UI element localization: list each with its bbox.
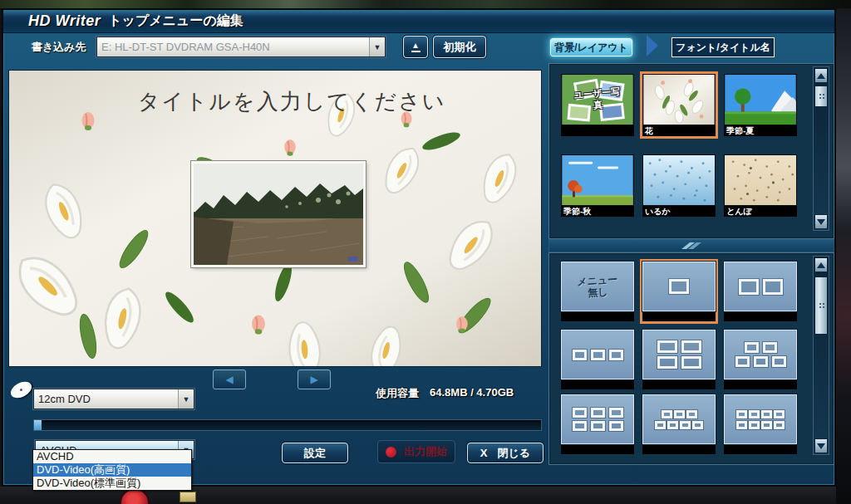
layout-tile-3-box[interactable] xyxy=(561,330,634,389)
layout-tile-2-box[interactable] xyxy=(724,262,797,321)
disc-size-select[interactable]: 12cm DVD ▼ xyxy=(33,389,194,409)
scroll-up-button[interactable] xyxy=(814,257,828,272)
menu-preview-canvas[interactable]: タイトルを入力してください xyxy=(8,70,542,367)
tile-label xyxy=(724,311,797,321)
close-button[interactable]: X 閉じる xyxy=(467,443,544,463)
background-tile-flower[interactable]: 花 xyxy=(642,74,716,136)
settings-button[interactable]: 設定 xyxy=(282,443,348,463)
disc-size-value: 12cm DVD xyxy=(34,389,178,409)
app-title-brand: HD Writer xyxy=(28,12,101,30)
close-button-label: 閉じる xyxy=(498,446,531,461)
dropdown-option-avchd[interactable]: AVCHD xyxy=(33,450,191,463)
background-tile-season-summer[interactable]: 季節-夏 xyxy=(724,74,797,136)
swoosh-icon xyxy=(681,242,702,250)
desktop-red-logo xyxy=(121,490,148,504)
tile-label xyxy=(561,379,634,389)
drive-select[interactable]: E: HL-DT-ST DVDRAM GSA-H40N ▼ xyxy=(96,37,386,57)
eject-button[interactable]: ▲ xyxy=(403,36,428,58)
layout-tile-5-box[interactable] xyxy=(724,330,797,389)
background-tile-season-autumn[interactable]: 季節-秋 xyxy=(561,154,634,217)
disc-icon xyxy=(8,379,35,402)
autumn-thumb-art xyxy=(562,155,633,205)
tile-label xyxy=(642,311,716,321)
write-destination-label: 書き込み先 xyxy=(32,40,86,55)
next-icon: ▶ xyxy=(310,374,317,385)
video-thumbnail[interactable] xyxy=(191,161,366,267)
tile-label: いるか xyxy=(642,206,716,217)
output-format-dropdown: AVCHD DVD-Video(高画質) DVD-Video(標準画質) xyxy=(32,449,192,491)
background-tile-dragonfly[interactable]: とんぼ xyxy=(724,154,797,217)
disc-size-arrow-icon[interactable]: ▼ xyxy=(178,389,194,409)
capacity-bar-fill xyxy=(34,420,42,430)
background-tile-user-photo[interactable]: ユーザー写真 xyxy=(561,74,634,136)
capacity-label: 使用容量 xyxy=(376,386,419,401)
drive-select-arrow-icon[interactable]: ▼ xyxy=(369,37,385,56)
summer-thumb-art xyxy=(725,75,796,125)
output-start-button[interactable]: 出力開始 xyxy=(377,440,455,463)
close-button-x: X xyxy=(480,447,488,459)
tile-label xyxy=(724,379,797,389)
app-title-text: トップメニューの編集 xyxy=(108,12,243,30)
dragonfly-thumb-art xyxy=(725,155,796,205)
background-tile-dolphin[interactable]: いるか xyxy=(642,154,716,217)
tab-font-titlename[interactable]: フォント/タイトル名 xyxy=(671,37,775,57)
tile-label: 季節-夏 xyxy=(724,125,797,136)
capacity-bar xyxy=(33,419,542,431)
layout-tile-8-box[interactable] xyxy=(724,394,797,454)
tile-label xyxy=(642,379,716,389)
tile-label xyxy=(561,125,634,136)
layout-tile-1-box[interactable] xyxy=(642,262,716,321)
capacity-value: 64.8MB / 4.70GB xyxy=(430,386,514,401)
tile-label: とんぼ xyxy=(724,206,797,217)
background-gallery-panel: ユーザー写真 xyxy=(548,63,834,239)
record-icon xyxy=(386,447,396,458)
scrollbar-thumb[interactable] xyxy=(814,86,828,107)
hd-writer-window: HD Writer トップメニューの編集 書き込み先 E: HL-DT-ST D… xyxy=(2,8,836,487)
output-start-label: 出力開始 xyxy=(404,444,447,459)
forest-photo-art xyxy=(194,164,363,265)
no-menu-overlay-label: メニュー無し xyxy=(562,262,633,311)
step-arrow-icon xyxy=(647,35,658,56)
layout-tile-7-box[interactable] xyxy=(642,394,716,454)
background-panel-scrollbar[interactable] xyxy=(813,66,829,231)
desktop-top-strip xyxy=(0,0,851,8)
tile-label xyxy=(561,311,634,321)
dropdown-option-dvd-video-hq[interactable]: DVD-Video(高画質) xyxy=(33,463,191,477)
format-button[interactable]: 初期化 xyxy=(433,36,486,58)
flower-thumb-art xyxy=(643,75,715,125)
tile-label: 季節-秋 xyxy=(561,206,634,217)
next-page-button[interactable]: ▶ xyxy=(298,369,331,389)
user-photo-overlay-label: ユーザー写真 xyxy=(562,75,633,125)
tab-background-layout[interactable]: 背景/レイアウト xyxy=(550,38,632,56)
layout-gallery-panel: メニュー無し xyxy=(548,252,834,465)
scroll-up-button[interactable] xyxy=(814,68,828,83)
tile-label xyxy=(724,444,797,454)
prev-page-button[interactable]: ◀ xyxy=(213,369,246,389)
layout-tile-4-box[interactable] xyxy=(642,330,716,389)
capacity-text: 使用容量 64.8MB / 4.70GB xyxy=(376,386,514,401)
tile-label xyxy=(642,444,716,454)
layout-panel-scrollbar[interactable] xyxy=(813,256,829,455)
desktop-item xyxy=(180,492,196,502)
prev-icon: ◀ xyxy=(225,374,233,385)
tile-label: 花 xyxy=(642,125,716,136)
layout-tile-6-box[interactable] xyxy=(561,394,634,454)
panel-divider xyxy=(548,239,834,252)
scroll-down-button[interactable] xyxy=(814,438,828,453)
desktop-right-strip xyxy=(836,8,851,504)
drive-select-value: E: HL-DT-ST DVDRAM GSA-H40N xyxy=(97,37,369,56)
scroll-down-button[interactable] xyxy=(814,214,828,229)
tile-label xyxy=(561,444,634,454)
layout-tile-no-menu[interactable]: メニュー無し xyxy=(561,262,634,321)
dropdown-option-dvd-video-std[interactable]: DVD-Video(標準画質) xyxy=(33,477,191,490)
eject-icon: ▲ xyxy=(411,42,421,52)
window-titlebar: HD Writer トップメニューの編集 xyxy=(3,10,834,33)
dolphin-thumb-art xyxy=(643,155,715,205)
menu-title-placeholder[interactable]: タイトルを入力してください xyxy=(138,89,446,114)
scrollbar-thumb[interactable] xyxy=(814,276,828,335)
